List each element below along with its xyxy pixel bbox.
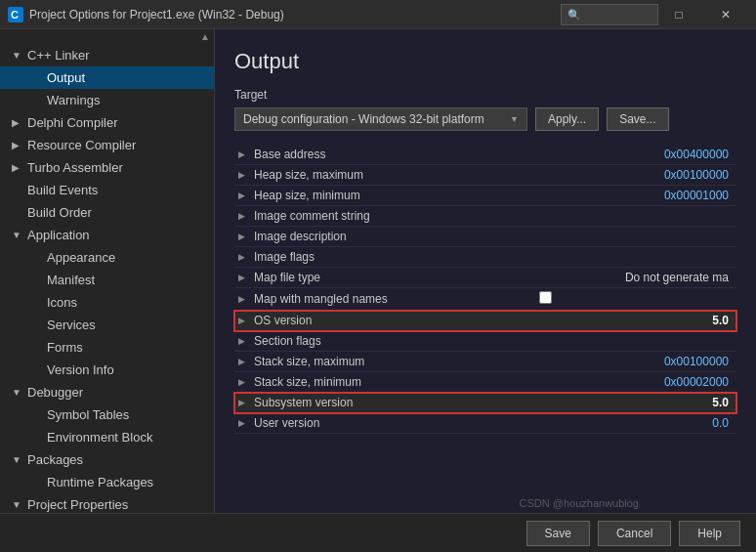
table-row[interactable]: ▶Image comment string xyxy=(234,206,736,227)
arrow-icon: ▼ xyxy=(12,230,27,240)
sidebar-item-packages[interactable]: ▼ Packages xyxy=(0,448,214,471)
sidebar-item-build-order[interactable]: Build Order xyxy=(0,201,214,224)
sidebar-item-label: Packages xyxy=(27,452,83,467)
search-box[interactable]: 🔍 xyxy=(561,4,658,25)
expand-arrow-icon: ▶ xyxy=(238,294,250,304)
target-row: Debug configuration - Windows 32-bit pla… xyxy=(234,107,736,131)
sidebar-item-label: Warnings xyxy=(47,93,100,107)
table-row[interactable]: ▶User version0.0 xyxy=(234,413,736,434)
prop-name: User version xyxy=(254,416,319,430)
sidebar-item-turbo-assembler[interactable]: ▶ Turbo Assembler xyxy=(0,156,214,179)
sidebar-item-version-info[interactable]: Version Info xyxy=(0,359,214,381)
table-row[interactable]: ▶Heap size, minimum0x00001000 xyxy=(234,186,736,206)
sidebar-item-resource-compiler[interactable]: ▶ Resource Compiler xyxy=(0,134,214,156)
table-row[interactable]: ▶Image description xyxy=(234,227,736,247)
sidebar-item-label: Resource Compiler xyxy=(27,138,136,152)
expand-arrow-icon: ▶ xyxy=(238,418,250,428)
main-container: ▲ ▼ C++ Linker Output Warnings ▶ Delphi … xyxy=(0,29,756,513)
sidebar-item-debugger[interactable]: ▼ Debugger xyxy=(0,381,214,403)
save-button[interactable]: Save... xyxy=(607,107,668,131)
sidebar: ▲ ▼ C++ Linker Output Warnings ▶ Delphi … xyxy=(0,29,215,513)
prop-value[interactable] xyxy=(535,227,736,247)
prop-value[interactable]: 0x00100000 xyxy=(535,165,736,186)
prop-value[interactable]: 0x00002000 xyxy=(535,372,736,393)
prop-value[interactable] xyxy=(535,247,736,268)
table-row[interactable]: ▶OS version5.0 xyxy=(234,311,736,331)
sidebar-item-label: Debugger xyxy=(27,385,83,400)
sidebar-item-project-properties[interactable]: ▼ Project Properties xyxy=(0,493,214,513)
sidebar-item-environment-block[interactable]: Environment Block xyxy=(0,426,214,448)
sidebar-item-label: Runtime Packages xyxy=(47,475,153,489)
prop-value[interactable]: 0x00400000 xyxy=(535,145,736,165)
maximize-button[interactable]: □ xyxy=(656,0,701,29)
bottom-help-button[interactable]: Help xyxy=(679,521,740,546)
prop-value[interactable]: 0x00001000 xyxy=(535,186,736,206)
prop-name: OS version xyxy=(254,314,312,327)
expand-arrow-icon: ▶ xyxy=(238,211,250,221)
arrow-icon: ▶ xyxy=(12,140,27,150)
sidebar-item-label: Manifest xyxy=(47,273,95,287)
properties-table: ▶Base address0x00400000▶Heap size, maxim… xyxy=(234,145,736,434)
table-row[interactable]: ▶Heap size, maximum0x00100000 xyxy=(234,165,736,186)
expand-arrow-icon: ▶ xyxy=(238,149,250,159)
sidebar-item-label: Forms xyxy=(47,340,83,355)
table-row[interactable]: ▶Map file typeDo not generate ma xyxy=(234,268,736,288)
table-row[interactable]: ▶Map with mangled names xyxy=(234,288,736,311)
prop-value[interactable]: 0.0 xyxy=(535,413,736,434)
sidebar-item-cpp-linker[interactable]: ▼ C++ Linker xyxy=(0,44,214,66)
sidebar-item-warnings[interactable]: Warnings xyxy=(0,89,214,111)
arrow-icon: ▶ xyxy=(12,117,27,128)
table-row[interactable]: ▶Stack size, minimum0x00002000 xyxy=(234,372,736,393)
sidebar-item-label: Icons xyxy=(47,295,77,310)
sidebar-item-label: C++ Linker xyxy=(27,48,90,63)
prop-value[interactable]: 0x00100000 xyxy=(535,352,736,372)
sidebar-item-label: Application xyxy=(27,228,90,242)
prop-name: Image description xyxy=(254,230,347,243)
prop-value[interactable] xyxy=(535,206,736,227)
prop-checkbox[interactable] xyxy=(539,291,552,304)
sidebar-item-runtime-packages[interactable]: Runtime Packages xyxy=(0,471,214,493)
sidebar-item-appearance[interactable]: Appearance xyxy=(0,246,214,269)
prop-value[interactable] xyxy=(535,331,736,352)
prop-value[interactable]: 5.0 xyxy=(535,311,736,331)
prop-name: Stack size, minimum xyxy=(254,375,361,389)
expand-arrow-icon: ▶ xyxy=(238,316,250,325)
target-select-value: Debug configuration - Windows 32-bit pla… xyxy=(243,112,484,126)
content-area: Output Target Debug configuration - Wind… xyxy=(215,29,756,513)
table-row[interactable]: ▶Subsystem version5.0 xyxy=(234,393,736,413)
sidebar-item-delphi-compiler[interactable]: ▶ Delphi Compiler xyxy=(0,111,214,134)
sidebar-item-output[interactable]: Output xyxy=(0,66,214,89)
sidebar-item-services[interactable]: Services xyxy=(0,314,214,336)
sidebar-item-manifest[interactable]: Manifest xyxy=(0,269,214,291)
sidebar-item-symbol-tables[interactable]: Symbol Tables xyxy=(0,403,214,426)
prop-value[interactable] xyxy=(535,288,736,311)
table-row[interactable]: ▶Base address0x00400000 xyxy=(234,145,736,165)
prop-value[interactable]: 5.0 xyxy=(535,393,736,413)
sidebar-item-build-events[interactable]: Build Events xyxy=(0,179,214,201)
table-row[interactable]: ▶Stack size, maximum0x00100000 xyxy=(234,352,736,372)
bottom-bar: Save Cancel Help xyxy=(0,513,756,552)
prop-name: Subsystem version xyxy=(254,396,353,409)
prop-name: Map with mangled names xyxy=(254,292,388,306)
prop-name: Stack size, maximum xyxy=(254,355,364,368)
bottom-cancel-button[interactable]: Cancel xyxy=(598,521,671,546)
title-bar: C Project Options for Project1.exe (Win3… xyxy=(0,0,756,29)
sidebar-item-icons[interactable]: Icons xyxy=(0,291,214,314)
apply-button[interactable]: Apply... xyxy=(535,107,599,131)
bottom-save-button[interactable]: Save xyxy=(526,521,590,546)
arrow-icon: ▼ xyxy=(12,387,27,398)
target-select[interactable]: Debug configuration - Windows 32-bit pla… xyxy=(234,107,527,131)
prop-value[interactable]: Do not generate ma xyxy=(535,268,736,288)
sidebar-item-label: Project Properties xyxy=(27,497,128,512)
prop-name: Image flags xyxy=(254,250,315,264)
prop-name: Section flags xyxy=(254,334,321,348)
expand-arrow-icon: ▶ xyxy=(238,336,250,346)
sidebar-item-forms[interactable]: Forms xyxy=(0,336,214,359)
prop-name: Heap size, minimum xyxy=(254,189,360,202)
sidebar-item-application[interactable]: ▼ Application xyxy=(0,224,214,246)
table-row[interactable]: ▶Section flags xyxy=(234,331,736,352)
prop-name: Image comment string xyxy=(254,209,370,223)
arrow-icon: ▶ xyxy=(12,162,27,173)
table-row[interactable]: ▶Image flags xyxy=(234,247,736,268)
close-button[interactable]: ✕ xyxy=(703,0,748,29)
